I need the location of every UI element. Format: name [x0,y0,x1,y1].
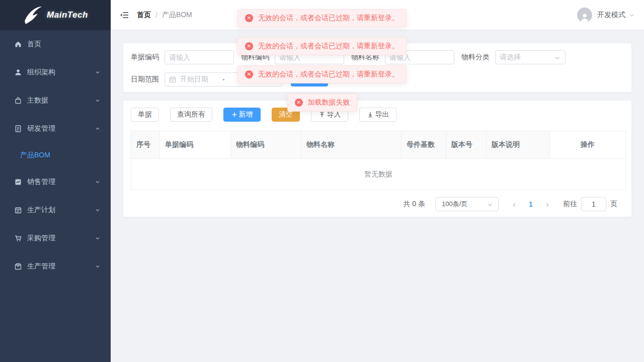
sidebar-item-label: 研发管理 [27,124,55,133]
next-page-icon[interactable]: › [544,200,551,209]
column-header-material-code: 物料编码 [231,131,301,159]
toast-message: 无效的会话，或者会话已过期，请重新登录。 [258,14,399,23]
breadcrumb-home[interactable]: 首页 [137,11,151,20]
home-icon [14,40,22,48]
button-label: 导出 [375,110,389,119]
sidebar-item-product-bom[interactable]: 产品BOM [0,143,111,168]
toast-message: 加载数据失败 [308,98,350,107]
sidebar-item-procurement[interactable]: 采购管理 [0,224,111,252]
button-label: 查询所有 [177,110,205,119]
doc-code-input[interactable] [165,50,234,64]
sidebar-item-label: 组织架构 [27,68,55,77]
prev-page-icon[interactable]: ‹ [511,200,518,209]
table-empty-state: 暂无数据 [131,159,626,190]
chevron-down-icon [95,207,101,213]
app-logo[interactable]: MainTech [0,0,111,30]
date-separator: - [222,75,225,83]
page-unit-label: 页 [610,200,617,209]
error-icon [245,42,253,50]
breadcrumb: 首页 / 产品BOM [137,11,192,20]
avatar [577,8,592,23]
sidebar-item-label: 生产计划 [27,206,55,215]
chevron-up-icon [95,126,101,132]
filter-label: 单据编码 [131,53,159,62]
collapse-sidebar-icon[interactable] [119,10,130,21]
toast-message: 无效的会话，或者会话已过期，请重新登录。 [258,42,399,51]
error-toast: 无效的会话，或者会话已过期，请重新登录。 [237,37,407,55]
package-icon [14,262,22,270]
user-menu[interactable]: 开发模式 [577,8,635,23]
logo-text: MainTech [47,10,88,20]
user-mode-label: 开发模式 [597,11,625,20]
pagination: 共 0 条 100条/页 ‹ 1 › 前往 页 [131,190,624,218]
column-header-version-desc: 版本说明 [487,131,550,159]
column-header-doc-code: 单据编码 [160,131,231,159]
sidebar-menu: 首页 组织架构 主数据 研发管理 [0,30,111,281]
sidebar-item-label: 主数据 [27,96,48,105]
query-all-button[interactable]: 查询所有 [170,108,212,122]
page-number-current[interactable]: 1 [527,200,535,208]
filter-material-category: 物料分类 请选择 [461,50,566,64]
breadcrumb-current: 产品BOM [162,11,192,20]
chevron-down-icon [95,235,101,241]
sidebar-item-master-data[interactable]: 主数据 [0,86,111,115]
upload-icon [318,111,326,118]
page-size-select[interactable]: 100条/页 [435,197,499,211]
toolbar: 单据 查询所有 新增 清空 导入 导出 [131,108,624,122]
toast-message: 无效的会话，或者会话已过期，请重新登录。 [258,70,399,79]
sidebar-item-label: 生产管理 [27,262,55,271]
select-placeholder: 请选择 [500,53,521,62]
chevron-down-icon [95,69,101,75]
error-toast: 加载数据失败 [287,94,357,112]
start-date-placeholder: 开始日期 [180,75,219,84]
material-category-select[interactable]: 请选择 [495,50,566,64]
sidebar-item-production-plan[interactable]: 生产计划 [0,196,111,224]
column-header-base-qty: 母件基数 [401,131,446,159]
export-button[interactable]: 导出 [359,108,396,122]
chart-icon [14,178,22,186]
column-header-material-name: 物料名称 [301,131,401,159]
download-icon [367,111,374,118]
sidebar: MainTech 首页 组织架构 主数据 [0,0,111,362]
column-header-index: 序号 [131,131,160,159]
error-icon [245,70,253,78]
filter-label: 物料分类 [461,53,490,62]
error-icon [295,99,303,107]
sidebar-item-label: 销售管理 [27,177,55,187]
plus-icon [231,112,237,118]
button-label: 单据 [138,110,152,119]
calendar-icon [14,206,22,214]
sidebar-item-home[interactable]: 首页 [0,30,111,58]
sidebar-subitem-label: 产品BOM [20,151,50,160]
error-toast: 无效的会话，或者会话已过期，请重新登录。 [237,65,407,83]
chevron-down-icon [95,98,101,104]
chevron-down-icon [95,179,101,185]
sidebar-item-org[interactable]: 组织架构 [0,58,111,86]
sidebar-item-sales[interactable]: 销售管理 [0,168,111,196]
sidebar-item-production-mgmt[interactable]: 生产管理 [0,252,111,281]
chevron-down-icon [95,263,101,269]
chevron-down-icon [487,202,493,208]
sidebar-item-label: 采购管理 [27,234,55,243]
data-table: 序号 单据编码 物料编码 物料名称 母件基数 版本号 版本说明 操作 暂无数据 [131,131,626,190]
pagination-total: 共 0 条 [403,200,425,209]
column-header-actions: 操作 [550,131,626,159]
empty-text: 暂无数据 [364,170,392,179]
sidebar-item-rd[interactable]: 研发管理 [0,115,111,143]
filter-doc-code: 单据编码 [131,50,234,64]
sidebar-item-label: 首页 [27,40,41,49]
calendar-icon [169,76,176,83]
column-header-version: 版本号 [446,131,487,159]
add-button[interactable]: 新增 [223,108,261,122]
error-icon [245,14,253,22]
filter-label: 日期范围 [131,75,159,84]
page-size-value: 100条/页 [442,200,467,209]
document-icon [14,125,22,133]
error-toast: 无效的会话，或者会话已过期，请重新登录。 [237,9,407,27]
breadcrumb-separator: / [155,11,157,19]
bag-icon [14,97,22,105]
document-button[interactable]: 单据 [131,108,159,122]
button-label: 新增 [239,110,253,119]
table-header: 序号 单据编码 物料编码 物料名称 母件基数 版本号 版本说明 操作 [131,131,626,159]
goto-page-input[interactable] [581,197,606,211]
